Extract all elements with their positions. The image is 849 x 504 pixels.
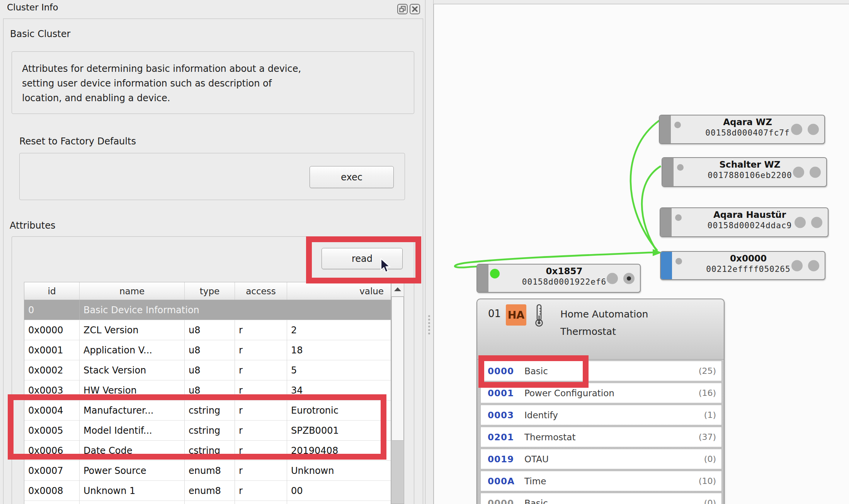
cell-value: 00: [287, 481, 391, 501]
table-section-row[interactable]: 0Basic Device Information: [24, 300, 391, 320]
splitter-line-left: [425, 0, 425, 504]
exec-button[interactable]: exec: [310, 166, 394, 188]
node-indicator-circle: [793, 166, 804, 178]
cell-name: Date Code: [80, 441, 185, 460]
splitter-handle[interactable]: [426, 313, 433, 340]
node-schalter-wz[interactable]: Schalter WZ 0017880106eb2200: [662, 157, 827, 187]
column-header-type[interactable]: type: [185, 282, 235, 300]
cluster-id: 000A: [488, 476, 524, 486]
cell-name: Model Identif...: [80, 421, 185, 440]
attributes-table-header: id name type access value: [24, 282, 391, 300]
cluster-name: OTAU: [524, 454, 549, 464]
cell-value: 34: [287, 380, 391, 400]
cluster-name: Time: [524, 476, 546, 486]
table-row[interactable]: 0x0006Date Codecstringr20190408: [24, 441, 391, 461]
cell-id: 0x0008: [24, 481, 80, 501]
cell-value: 5: [287, 360, 391, 380]
cell-name: ZCL Version: [80, 320, 185, 340]
node-indicator-circle: [791, 260, 803, 271]
cell-access: r: [235, 421, 287, 440]
cell-id: 0x0003: [24, 380, 80, 400]
node-left-bar: [662, 158, 674, 186]
table-row[interactable]: 0x0004Manufacturer...cstringrEurotronic: [24, 400, 391, 421]
cluster-name: Power Configuration: [524, 388, 614, 398]
table-row[interactable]: 0x0002Stack Versionu8r5: [24, 360, 391, 380]
cell-type: cstring: [185, 421, 235, 440]
node-indicator-circle: [808, 260, 819, 271]
node-left-bar: [477, 265, 488, 292]
cluster-attribute-count: (10): [699, 476, 716, 486]
cell-access: r: [235, 501, 287, 504]
cell-type: u8: [185, 340, 235, 360]
reset-group-box: exec: [19, 153, 405, 200]
cluster-row-basic[interactable]: 0000Basic(25): [480, 361, 722, 381]
table-row[interactable]: 0x0001Application V...u8r18: [24, 340, 391, 360]
node-indicator-circle: [811, 217, 822, 228]
cluster-name: Basic: [524, 366, 548, 376]
cluster-name: Thermostat: [524, 432, 575, 442]
cluster-row-basic[interactable]: 0000Basic(0): [480, 493, 722, 504]
cell-type: u8: [185, 380, 235, 400]
cluster-description-text: Attributes for determining basic informa…: [22, 61, 414, 105]
cell-id: 0x0005: [24, 421, 80, 440]
cluster-list: 0000Basic(25)0001Power Configuration(16)…: [480, 361, 722, 504]
cluster-row-power-configuration[interactable]: 0001Power Configuration(16): [480, 383, 722, 403]
cell-type: u8: [185, 320, 235, 340]
table-row[interactable]: 0x0003HW Versionu8r34: [24, 380, 391, 400]
cell-type: cstring: [185, 400, 235, 420]
cluster-row-thermostat[interactable]: 0201Thermostat(37): [480, 427, 722, 447]
float-window-button[interactable]: [397, 4, 408, 14]
node-indicator-circle: [795, 217, 806, 228]
node-left-bar: [660, 208, 672, 236]
dock-title: Cluster Info: [7, 2, 58, 12]
cell-access: r: [235, 461, 287, 480]
cell-access: r: [235, 400, 287, 420]
table-row[interactable]: 0x0007Power Sourceenum8rUnknown: [24, 461, 391, 481]
cell-id: 0x0004: [24, 400, 80, 420]
column-header-access[interactable]: access: [235, 282, 287, 300]
scroll-up-arrow-icon[interactable]: [391, 282, 404, 297]
table-row[interactable]: 0x0000ZCL Versionu8r2: [24, 320, 391, 340]
node-aqara-wz[interactable]: Aqara WZ 00158d000407fc7f: [659, 115, 825, 144]
node-indicator-circle: [791, 124, 802, 135]
cluster-id: 0000: [488, 498, 524, 504]
cluster-name-label: Basic Cluster: [10, 29, 70, 39]
cell-value: Eurotronic: [287, 400, 391, 420]
cluster-row-time[interactable]: 000ATime(10): [480, 471, 722, 491]
table-row[interactable]: 0x0009Unknown 2enum8r00: [24, 501, 391, 504]
endpoint-id: 01: [488, 308, 501, 319]
cell-name: Unknown 1: [80, 481, 185, 501]
node-left-bar-selected: [661, 252, 672, 279]
cell-name: Application V...: [80, 340, 185, 360]
cell-value: 20190408: [287, 441, 391, 460]
cell-type: enum8: [185, 501, 235, 504]
column-header-id[interactable]: id: [24, 282, 80, 300]
cluster-id: 0019: [488, 454, 524, 464]
cell-id: 0x0007: [24, 461, 80, 480]
column-header-name[interactable]: name: [80, 282, 185, 300]
node-0x1857[interactable]: 0x1857 00158d0001922ef6: [476, 264, 641, 293]
node-indicator-circle: [808, 124, 819, 135]
attributes-table-body: 0Basic Device Information0x0000ZCL Versi…: [24, 300, 391, 504]
cell-access: r: [235, 441, 287, 460]
cluster-attribute-count: (0): [704, 498, 716, 504]
cell-type: cstring: [185, 441, 235, 460]
read-button[interactable]: read: [322, 248, 403, 269]
close-window-button[interactable]: [410, 4, 420, 14]
cluster-attribute-count: (1): [704, 410, 716, 420]
table-row[interactable]: 0x0008Unknown 1enum8r00: [24, 481, 391, 501]
node-coordinator-0x0000[interactable]: 0x0000 00212effff050265: [660, 251, 825, 280]
attributes-table: id name type access value 0Basic Device …: [24, 282, 391, 504]
node-aqara-haustuer[interactable]: Aqara Haustür 00158d00024ddac9: [660, 207, 829, 237]
column-header-value[interactable]: value: [287, 282, 391, 300]
cluster-row-otau[interactable]: 0019OTAU(0): [480, 449, 722, 469]
cluster-name: Basic: [524, 498, 548, 504]
cell-name: Unknown 2: [80, 501, 185, 504]
table-row[interactable]: 0x0005Model Identif...cstringrSPZB0001: [24, 421, 391, 441]
attributes-table-scrollbar[interactable]: [391, 282, 404, 504]
cluster-attribute-count: (25): [699, 366, 716, 376]
restore-float-icon: [399, 6, 406, 12]
cluster-attribute-count: (37): [699, 432, 716, 442]
cluster-row-identify[interactable]: 0003Identify(1): [480, 405, 722, 425]
scrollbar-thumb[interactable]: [391, 297, 404, 441]
